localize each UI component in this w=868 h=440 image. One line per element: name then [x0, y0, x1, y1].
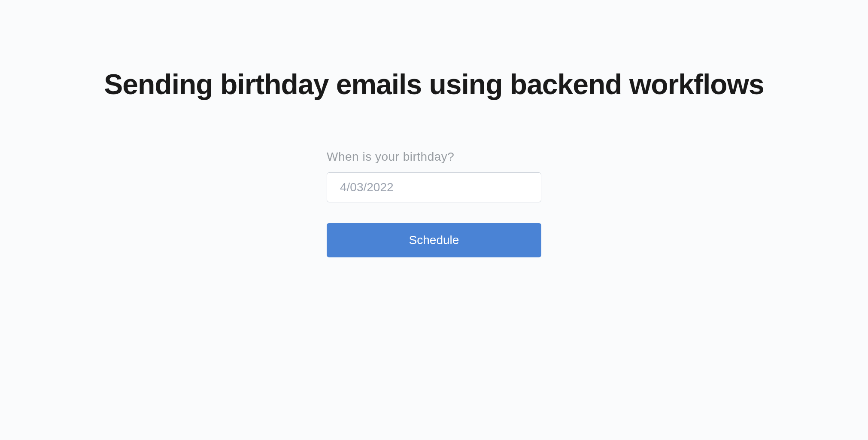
birthday-date-input[interactable]: [327, 172, 541, 202]
birthday-form: When is your birthday? Schedule: [327, 150, 541, 257]
schedule-button[interactable]: Schedule: [327, 223, 541, 257]
main-container: Sending birthday emails using backend wo…: [0, 0, 868, 257]
birthday-label: When is your birthday?: [327, 150, 454, 164]
page-title: Sending birthday emails using backend wo…: [104, 68, 764, 101]
